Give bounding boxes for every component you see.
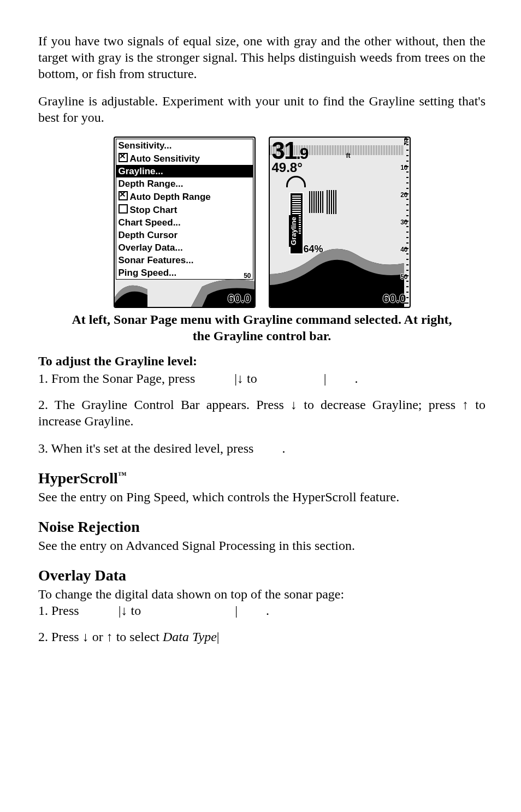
menu-item-label: Depth Range... <box>119 179 183 189</box>
structure-echo <box>309 191 324 213</box>
menu-item[interactable]: Chart Speed... <box>116 216 253 229</box>
step: 3. When it's set at the desired level, p… <box>38 440 486 457</box>
text: 1. From the Sonar Page, press <box>38 371 198 386</box>
text: 2. Press ↓ or ↑ to select <box>38 630 163 644</box>
text: . <box>266 603 269 618</box>
menu-item[interactable]: Stop Chart <box>116 203 253 216</box>
scale-label: 50 <box>244 272 251 280</box>
menu-item-label: Auto Sensitivity <box>130 153 200 164</box>
heading: Noise Rejection <box>38 517 486 536</box>
checkbox-icon <box>119 153 128 162</box>
menu-item[interactable]: Auto Depth Range <box>116 190 253 203</box>
figure-caption: At left, Sonar Page menu with Grayline c… <box>71 311 453 344</box>
step: 1. Press |↓ to | . <box>38 602 486 619</box>
fish-arch-icon <box>286 176 306 187</box>
menu-item[interactable]: Grayline... <box>116 165 253 177</box>
sonar-grayline-screenshot: 31.9 ft 49.8° Grayline 64% 0 10 20 3 <box>269 137 411 308</box>
menu-item[interactable]: Depth Range... <box>116 177 253 190</box>
menu-item[interactable]: Auto Sensitivity <box>116 152 253 165</box>
step: 2. The Grayline Control Bar appears. Pre… <box>38 396 486 429</box>
text: | <box>217 630 220 644</box>
sonar-menu-screenshot: Sensitivity...Auto SensitivityGrayline..… <box>114 137 256 308</box>
text: 3. When it's set at the desired level, p… <box>38 441 257 455</box>
paragraph: If you have two signals of equal size, o… <box>38 33 486 82</box>
menu-item-label: Sensitivity... <box>119 140 172 151</box>
depth-unit: ft <box>346 152 351 160</box>
text: |↓ to <box>234 371 260 386</box>
menu-item-label: Stop Chart <box>130 205 177 215</box>
depth-range-label: 60.0 <box>228 291 251 306</box>
paragraph: See the entry on Advanced Signal Process… <box>38 537 486 554</box>
step: 2. Press ↓ or ↑ to select Data Type| <box>38 629 486 645</box>
menu-item-label: Overlay Data... <box>119 242 183 253</box>
menu-item-label: Chart Speed... <box>119 217 181 228</box>
subheading: To adjust the Grayline level: <box>38 353 486 369</box>
sonar-bottom-graphic: 50 60.0 <box>115 273 254 307</box>
menu-item[interactable]: Depth Cursor <box>116 229 253 241</box>
heading: Overlay Data <box>38 566 486 585</box>
structure-echo <box>327 190 338 214</box>
temperature-readout: 49.8° <box>272 159 303 176</box>
text: . <box>355 371 358 386</box>
menu-item-label: Grayline... <box>119 166 163 176</box>
menu-item[interactable]: Sensitivity... <box>116 139 253 152</box>
figure-row: Sensitivity...Auto SensitivityGrayline..… <box>38 137 486 308</box>
menu-item[interactable]: Sonar Features... <box>116 254 253 266</box>
menu-item-label: Sonar Features... <box>119 255 194 265</box>
text: |↓ to <box>119 603 144 618</box>
text: 1. Press <box>38 603 82 618</box>
menu-item-label: Depth Cursor <box>119 230 178 240</box>
paragraph: Grayline is adjustable. Experiment with … <box>38 93 486 126</box>
heading: HyperScroll™ <box>38 469 486 488</box>
text: . <box>282 441 285 455</box>
paragraph: See the entry on Ping Speed, which contr… <box>38 489 486 505</box>
sonar-menu: Sensitivity...Auto SensitivityGrayline..… <box>116 139 253 280</box>
depth-scale <box>403 139 408 306</box>
checkbox-icon <box>119 204 128 214</box>
menu-item[interactable]: Overlay Data... <box>116 241 253 254</box>
paragraph: To change the digital data shown on top … <box>38 586 486 602</box>
document-page: If you have two signals of equal size, o… <box>0 0 521 689</box>
text: | <box>235 603 238 618</box>
text: | <box>324 371 327 386</box>
text: HyperScroll <box>38 470 118 487</box>
italic-text: Data Type <box>163 630 217 644</box>
trademark-symbol: ™ <box>118 470 127 479</box>
checkbox-icon <box>119 191 128 200</box>
step: 1. From the Sonar Page, press |↓ to | . <box>38 370 486 387</box>
menu-item-label: Auto Depth Range <box>130 192 211 202</box>
